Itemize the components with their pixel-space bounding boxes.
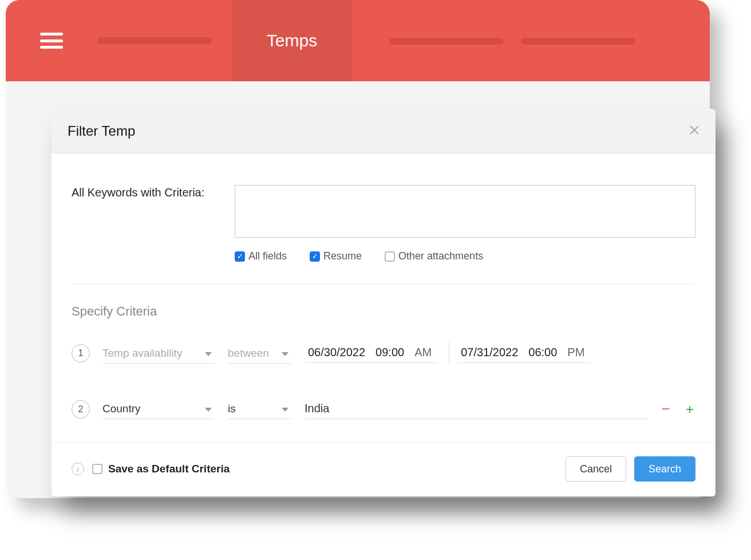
cancel-button-label: Cancel [580,463,612,475]
chevron-down-icon [282,408,288,412]
add-criteria-icon[interactable]: + [684,404,695,415]
modal-body: All Keywords with Criteria: ✓ All fields… [52,153,716,442]
cancel-button[interactable]: Cancel [566,456,626,482]
close-icon[interactable] [689,125,699,137]
modal-footer: i Save as Default Criteria Cancel Search [52,442,716,496]
criteria-operator-select[interactable]: is [228,399,291,419]
app-header: Temps [6,0,710,81]
chevron-down-icon [282,352,288,356]
nav-placeholder [97,37,212,44]
from-time-value: 09:00 [376,346,404,359]
criteria-number: 2 [72,400,90,419]
save-default-checkbox[interactable]: Save as Default Criteria [92,463,230,475]
modal-title: Filter Temp [68,123,135,139]
keywords-input[interactable] [235,185,695,238]
criteria-value-input[interactable] [305,400,649,419]
remove-criteria-icon[interactable]: − [660,404,671,415]
criteria-operator-select[interactable]: between [228,344,291,364]
save-default-label: Save as Default Criteria [108,463,230,475]
from-ampm-value: AM [414,346,432,359]
chevron-down-icon [205,408,212,412]
criteria-number: 1 [72,344,90,362]
search-button-label: Search [649,463,681,475]
to-datetime[interactable]: 07/31/2022 06:00 PM [457,344,590,363]
tab-temps[interactable]: Temps [232,0,352,81]
check-icon: ✓ [235,251,245,262]
divider [72,284,695,285]
criteria-operator-value: between [228,347,269,359]
specify-criteria-title: Specify Criteria [72,304,695,319]
nav-placeholder [521,38,635,45]
criteria-field-value: Country [102,403,141,415]
hamburger-icon[interactable] [40,33,63,49]
keywords-row: All Keywords with Criteria: [72,185,695,238]
checkbox-all-fields-label: All fields [248,250,287,262]
checkbox-icon [385,251,395,262]
to-date-value: 07/31/2022 [461,346,518,359]
check-icon: ✓ [310,251,320,262]
checkbox-other-attachments-label: Other attachments [398,250,483,262]
nav-placeholder [389,38,504,45]
from-datetime[interactable]: 06/30/2022 09:00 AM [305,344,437,363]
checkbox-other-attachments[interactable]: Other attachments [385,250,483,262]
date-separator [449,342,449,365]
keywords-label: All Keywords with Criteria: [72,185,235,199]
filter-modal: Filter Temp All Keywords with Criteria: … [52,109,716,496]
info-icon[interactable]: i [72,463,84,475]
checkbox-all-fields[interactable]: ✓ All fields [235,250,287,262]
checkbox-icon [92,464,102,474]
modal-header: Filter Temp [52,109,716,153]
chevron-down-icon [205,352,212,356]
criteria-row: 2 Country is − + [72,399,695,419]
tab-temps-label: Temps [267,31,317,50]
keywords-options: ✓ All fields ✓ Resume Other attachments [235,250,695,262]
app-window: Temps Filter Temp All Keywords with Crit… [6,0,710,498]
to-time-value: 06:00 [528,346,557,359]
checkbox-resume[interactable]: ✓ Resume [310,250,362,262]
criteria-field-value: Temp availability [102,347,182,359]
to-ampm-value: PM [567,346,584,359]
criteria-row-actions: − + [660,404,695,415]
checkbox-resume-label: Resume [323,250,362,262]
criteria-row: 1 Temp availability between 06/30/2022 0… [72,342,695,365]
criteria-field-select[interactable]: Country [102,399,214,419]
criteria-operator-value: is [228,403,236,415]
from-date-value: 06/30/2022 [308,346,365,359]
search-button[interactable]: Search [634,456,695,482]
criteria-field-select[interactable]: Temp availability [102,344,214,364]
